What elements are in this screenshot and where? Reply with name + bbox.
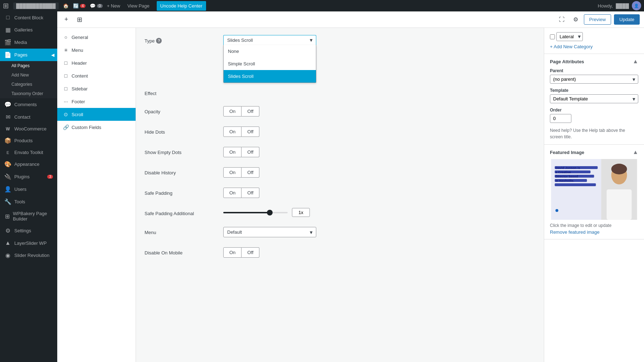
sidebar-item-media[interactable]: 🎬 Media <box>0 36 57 49</box>
add-block-button[interactable]: + <box>62 14 71 25</box>
featured-image-container[interactable]: David Jonson is a Creative Director base… <box>550 159 638 221</box>
fullscreen-button[interactable]: ⛶ <box>556 15 567 24</box>
sidebar-item-wpbakery[interactable]: ⊞ WPBakery Page Builder <box>0 208 57 224</box>
settings-nav-general[interactable]: ○ General <box>57 31 136 44</box>
settings-nav-scroll[interactable]: ⊙ Scroll <box>57 108 136 121</box>
disable-history-off-button[interactable]: Off <box>241 167 259 178</box>
order-input[interactable] <box>550 114 571 123</box>
admin-bar-view-page[interactable]: View Page <box>125 3 152 9</box>
sidebar-item-envato[interactable]: E Envato Toolkit <box>0 147 57 158</box>
help-text: Need help? Use the Help tab above the sc… <box>550 127 638 140</box>
grid-view-button[interactable]: ⊞ <box>74 14 85 25</box>
media-icon: 🎬 <box>4 39 11 46</box>
safe-padding-additional-control <box>223 208 535 217</box>
sidebar-item-woocommerce[interactable]: W WooCommerce <box>0 123 57 134</box>
menu-field: Menu Default ▼ <box>145 227 535 237</box>
pages-icon: 📄 <box>4 51 11 58</box>
settings-nav-menu[interactable]: ≡ Menu <box>57 44 136 56</box>
sidebar-item-pages[interactable]: 📄 Pages ◀ <box>0 49 57 61</box>
featured-image-svg[interactable]: David Jonson is a Creative Director base… <box>550 159 638 220</box>
sidebar-item-tools[interactable]: 🔧 Tools <box>0 195 57 208</box>
sidebar-subitem-categories[interactable]: Categories <box>0 80 57 89</box>
type-label: Type ? <box>145 35 223 44</box>
menu-select-wrapper: Default ▼ <box>223 227 316 237</box>
show-empty-dots-off-button[interactable]: Off <box>241 147 259 157</box>
type-help-icon[interactable]: ? <box>156 38 162 44</box>
type-dropdown-wrapper: Slides Scroll ▼ None Simple Scroll Slide… <box>223 35 316 45</box>
sidebar-item-contact[interactable]: ✉ Contact <box>0 111 57 123</box>
admin-bar-uncode-help[interactable]: Uncode Help Center <box>157 1 206 11</box>
disable-on-mobile-on-button[interactable]: On <box>223 247 241 258</box>
sidebar-item-layerslider[interactable]: ▲ LayerSlider WP <box>0 237 57 249</box>
slider-value-input[interactable] <box>292 208 310 217</box>
envato-icon: E <box>4 150 11 155</box>
slider-thumb[interactable] <box>267 210 273 215</box>
admin-bar-new[interactable]: + New <box>107 3 120 9</box>
sidebar-item-content-block[interactable]: □ Content Block <box>0 11 57 24</box>
sidebar-item-products[interactable]: 📦 Products <box>0 134 57 147</box>
hide-dots-toggle-group: On Off <box>223 127 535 137</box>
parent-label: Parent <box>550 68 638 73</box>
admin-bar-updates[interactable]: 🔄 4 <box>73 3 86 9</box>
form-panel: Type ? Slides Scroll ▼ None S <box>136 28 544 362</box>
site-name[interactable]: ████████████ <box>13 3 59 9</box>
tools-icon: 🔧 <box>4 198 11 205</box>
sidebar-item-slider-revolution[interactable]: ◉ Slider Revolution <box>0 249 57 262</box>
type-select-trigger[interactable]: Slides Scroll ▼ <box>223 35 316 45</box>
disable-on-mobile-field: Disable On Mobile On Off <box>145 247 535 258</box>
sidebar-item-users[interactable]: 👤 Users <box>0 183 57 195</box>
settings-nav-sidebar[interactable]: □ Sidebar <box>57 82 136 95</box>
content-block-icon: □ <box>4 14 11 21</box>
sidebar-item-settings[interactable]: ⚙ Settings <box>0 224 57 237</box>
admin-avatar[interactable]: 👤 <box>632 1 641 10</box>
show-empty-dots-control: On Off <box>223 147 535 157</box>
opacity-off-button[interactable]: Off <box>241 106 259 116</box>
settings-nav-custom-fields[interactable]: 🔗 Custom Fields <box>57 121 136 134</box>
type-field: Type ? Slides Scroll ▼ None S <box>145 35 535 45</box>
type-option-simple-scroll[interactable]: Simple Scroll <box>224 58 316 70</box>
hide-dots-off-button[interactable]: Off <box>241 127 259 137</box>
admin-bar-comments[interactable]: 💬 0 <box>90 3 103 9</box>
sidebar-item-appearance[interactable]: 🎨 Appearance <box>0 158 57 170</box>
preview-button[interactable]: Preview <box>584 14 611 25</box>
safe-padding-on-button[interactable]: On <box>223 188 241 198</box>
opacity-control: On Off <box>223 106 535 116</box>
sidebar-item-galleries[interactable]: ▦ Galleries <box>0 24 57 36</box>
add-category-link[interactable]: + Add New Category <box>550 44 593 49</box>
parent-select-wrap: (no parent) ▼ <box>550 75 638 84</box>
type-option-slides-scroll[interactable]: Slides Scroll <box>224 70 316 83</box>
template-row: Template Default Template ▼ <box>550 88 638 103</box>
opacity-toggle-group: On Off <box>223 106 535 116</box>
featured-image-section: Featured Image ▲ <box>544 145 644 239</box>
sidebar-item-comments[interactable]: 💬 Comments <box>0 98 57 111</box>
hide-dots-on-button[interactable]: On <box>223 127 241 137</box>
type-option-none[interactable]: None <box>224 45 316 58</box>
show-empty-dots-on-button[interactable]: On <box>223 147 241 157</box>
settings-gear-button[interactable]: ⚙ <box>570 15 581 24</box>
settings-nav-content[interactable]: □ Content <box>57 69 136 82</box>
page-attributes-collapse-icon[interactable]: ▲ <box>633 58 638 65</box>
opacity-on-button[interactable]: On <box>223 106 241 116</box>
parent-row: Parent (no parent) ▼ <box>550 68 638 84</box>
safe-padding-off-button[interactable]: Off <box>241 188 259 198</box>
template-select[interactable]: Default Template <box>550 94 638 103</box>
menu-select[interactable]: Default <box>223 227 316 237</box>
sidebar-subitem-taxonomy-order[interactable]: Taxonomy Order <box>0 89 57 98</box>
lateral-checkbox[interactable] <box>550 34 555 39</box>
update-button[interactable]: Update <box>614 14 640 25</box>
disable-on-mobile-off-button[interactable]: Off <box>241 247 259 258</box>
galleries-icon: ▦ <box>4 26 11 33</box>
parent-select[interactable]: (no parent) <box>550 75 638 84</box>
disable-history-on-button[interactable]: On <box>223 167 241 178</box>
sidebar-subitem-add-new[interactable]: Add New <box>0 70 57 80</box>
sidebar-subitem-all-pages[interactable]: All Pages <box>0 61 57 70</box>
remove-featured-image-link[interactable]: Remove featured image <box>550 229 638 235</box>
settings-nav-header[interactable]: □ Header <box>57 56 136 69</box>
sidebar-item-plugins[interactable]: 🔌 Plugins 3 <box>0 170 57 183</box>
settings-nav-footer[interactable]: ··· Footer <box>57 95 136 108</box>
featured-image-collapse-icon[interactable]: ▲ <box>633 149 638 155</box>
wp-logo-icon[interactable]: ⊞ <box>3 1 9 10</box>
lateral-select[interactable]: Lateral <box>556 32 583 41</box>
safe-padding-field: Safe Padding On Off <box>145 188 535 198</box>
admin-bar-home[interactable]: 🏠 <box>63 3 69 9</box>
